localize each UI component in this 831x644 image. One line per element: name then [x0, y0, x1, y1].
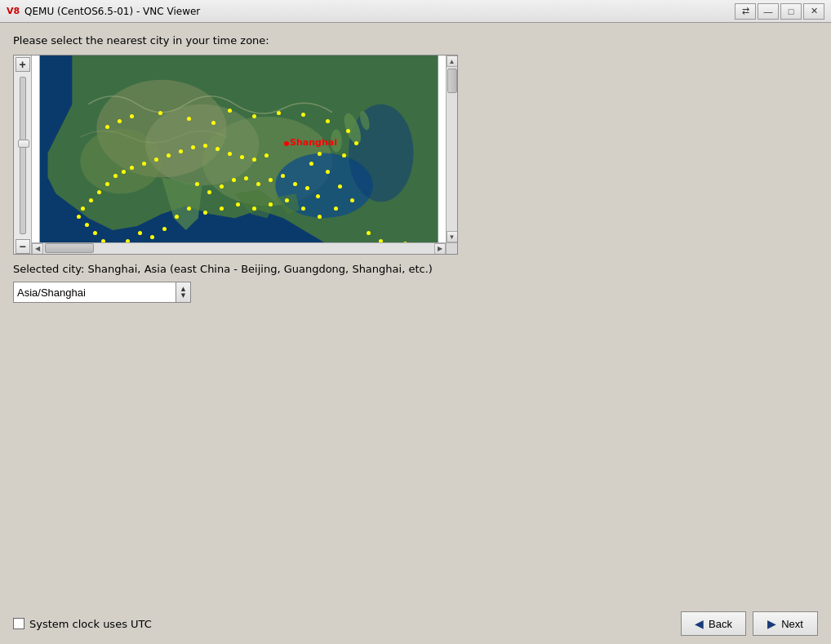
zoom-controls: + − — [14, 56, 32, 254]
map-view-wrapper: Shanghai ▲ ▼ ◀ ▶ — [32, 56, 457, 254]
scroll-thumb-horizontal[interactable] — [45, 243, 94, 253]
main-content: Please select the nearest city in your t… — [0, 23, 831, 314]
svg-point-6 — [349, 104, 414, 202]
utc-checkbox[interactable] — [13, 618, 24, 629]
back-label: Back — [709, 618, 732, 630]
minimize-button[interactable]: ― — [758, 3, 779, 20]
zoom-out-button[interactable]: − — [16, 239, 30, 254]
transfer-button[interactable]: ⇄ — [735, 3, 756, 20]
page-title: Please select the nearest city in your t… — [13, 34, 818, 47]
scroll-right-button[interactable]: ▶ — [434, 243, 446, 255]
map-container: + − — [13, 55, 458, 255]
vnc-logo: V8 — [7, 6, 20, 16]
utc-label: System clock uses UTC — [29, 618, 152, 630]
next-button[interactable]: ▶ Next — [753, 611, 818, 636]
zoom-slider-thumb[interactable] — [18, 140, 29, 148]
select-arrow-down-icon: ▼ — [181, 292, 185, 299]
back-icon: ◀ — [695, 617, 704, 630]
back-button[interactable]: ◀ Back — [681, 611, 746, 636]
window-controls: ⇄ ― □ ✕ — [735, 3, 824, 20]
map-scrollbar-horizontal: ◀ ▶ — [32, 242, 446, 254]
bottom-bar: System clock uses UTC ◀ Back ▶ Next — [0, 603, 831, 644]
select-arrow-up-icon: ▲ — [181, 286, 185, 292]
scroll-up-button[interactable]: ▲ — [447, 56, 458, 67]
timezone-select[interactable]: Asia/Shanghai Asia/Beijing Asia/Tokyo As… — [13, 282, 176, 303]
window-title: QEMU (CentOS6.5-01) - VNC Viewer — [24, 6, 735, 17]
nav-buttons: ◀ Back ▶ Next — [681, 611, 818, 636]
app-icon: V8 — [7, 5, 20, 18]
zoom-in-button[interactable]: + — [16, 57, 30, 72]
scroll-thumb-vertical[interactable] — [447, 69, 457, 93]
map-svg-container: Shanghai — [32, 56, 446, 242]
scrollbar-corner — [446, 242, 457, 254]
title-bar: V8 QEMU (CentOS6.5-01) - VNC Viewer ⇄ ― … — [0, 0, 831, 23]
utc-checkbox-area: System clock uses UTC — [13, 618, 152, 630]
scroll-left-button[interactable]: ◀ — [32, 243, 43, 255]
map-svg — [32, 56, 446, 242]
scroll-down-button[interactable]: ▼ — [447, 231, 458, 242]
select-arrows[interactable]: ▲ ▼ — [176, 282, 191, 303]
maximize-button[interactable]: □ — [780, 3, 802, 20]
selected-city-label: Shanghai — [290, 137, 337, 148]
timezone-select-wrapper: Asia/Shanghai Asia/Beijing Asia/Tokyo As… — [13, 282, 818, 303]
close-button[interactable]: ✕ — [803, 3, 824, 20]
map-scrollbar-vertical: ▲ ▼ — [446, 56, 457, 242]
selected-city-info: Selected city: Shanghai, Asia (east Chin… — [13, 263, 818, 275]
next-label: Next — [781, 618, 803, 630]
zoom-slider-track — [20, 77, 26, 234]
next-icon: ▶ — [767, 617, 776, 630]
map-image-area[interactable]: Shanghai ▲ ▼ ◀ ▶ — [32, 56, 457, 254]
selected-city-dot — [284, 141, 289, 146]
